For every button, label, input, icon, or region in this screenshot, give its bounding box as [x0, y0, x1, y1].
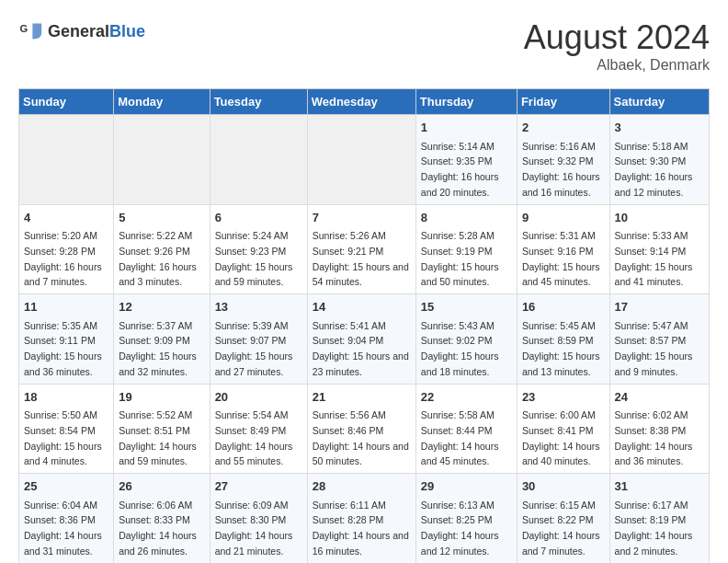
day-info: Sunrise: 6:04 AMSunset: 8:36 PMDaylight:… — [24, 500, 102, 557]
day-number: 5 — [119, 209, 204, 227]
day-info: Sunrise: 5:20 AMSunset: 9:28 PMDaylight:… — [24, 230, 102, 287]
calendar-cell — [210, 115, 307, 205]
day-info: Sunrise: 5:24 AMSunset: 9:23 PMDaylight:… — [215, 230, 293, 287]
calendar-cell: 8 Sunrise: 5:28 AMSunset: 9:19 PMDayligh… — [415, 204, 517, 294]
day-number: 3 — [615, 119, 704, 137]
day-info: Sunrise: 5:31 AMSunset: 9:16 PMDaylight:… — [522, 230, 600, 287]
day-number: 31 — [615, 477, 704, 496]
day-number: 29 — [421, 477, 512, 496]
day-info: Sunrise: 6:00 AMSunset: 8:41 PMDaylight:… — [522, 409, 600, 466]
day-info: Sunrise: 5:37 AMSunset: 9:09 PMDaylight:… — [119, 320, 197, 377]
calendar-cell: 27 Sunrise: 6:09 AMSunset: 8:30 PMDaylig… — [210, 474, 307, 564]
day-info: Sunrise: 5:35 AMSunset: 9:11 PMDaylight:… — [24, 320, 102, 377]
day-number: 9 — [522, 209, 605, 227]
day-number: 17 — [615, 298, 704, 316]
calendar-cell: 25 Sunrise: 6:04 AMSunset: 8:36 PMDaylig… — [19, 474, 114, 564]
calendar-cell: 11 Sunrise: 5:35 AMSunset: 9:11 PMDaylig… — [19, 294, 114, 385]
day-number: 13 — [215, 298, 302, 316]
calendar-week-row: 4 Sunrise: 5:20 AMSunset: 9:28 PMDayligh… — [19, 204, 710, 294]
logo: G GeneralBlue — [18, 18, 145, 44]
title-block: August 2024 Albaek, Denmark — [524, 18, 710, 74]
calendar-cell: 30 Sunrise: 6:15 AMSunset: 8:22 PMDaylig… — [517, 474, 609, 564]
calendar-cell — [19, 115, 114, 205]
calendar-cell: 19 Sunrise: 5:52 AMSunset: 8:51 PMDaylig… — [114, 384, 210, 474]
main-title: August 2024 — [524, 18, 710, 57]
calendar-header-sunday: Sunday — [19, 89, 114, 115]
calendar-cell: 24 Sunrise: 6:02 AMSunset: 8:38 PMDaylig… — [609, 384, 709, 474]
day-info: Sunrise: 5:45 AMSunset: 8:59 PMDaylight:… — [522, 320, 600, 377]
calendar-cell: 13 Sunrise: 5:39 AMSunset: 9:07 PMDaylig… — [210, 294, 307, 385]
day-info: Sunrise: 5:39 AMSunset: 9:07 PMDaylight:… — [215, 320, 293, 377]
calendar-cell: 10 Sunrise: 5:33 AMSunset: 9:14 PMDaylig… — [609, 204, 709, 294]
calendar-cell: 9 Sunrise: 5:31 AMSunset: 9:16 PMDayligh… — [517, 204, 609, 294]
calendar-week-row: 1 Sunrise: 5:14 AMSunset: 9:35 PMDayligh… — [19, 115, 710, 205]
day-number: 20 — [215, 388, 302, 407]
calendar-cell: 4 Sunrise: 5:20 AMSunset: 9:28 PMDayligh… — [19, 204, 114, 294]
day-info: Sunrise: 5:54 AMSunset: 8:49 PMDaylight:… — [215, 409, 293, 466]
day-number: 27 — [215, 477, 302, 496]
day-number: 12 — [119, 298, 204, 316]
calendar-cell — [114, 115, 210, 205]
day-number: 30 — [522, 477, 605, 496]
day-number: 7 — [313, 209, 411, 227]
calendar-cell: 12 Sunrise: 5:37 AMSunset: 9:09 PMDaylig… — [114, 294, 210, 385]
calendar-cell: 14 Sunrise: 5:41 AMSunset: 9:04 PMDaylig… — [307, 294, 415, 385]
day-number: 11 — [24, 298, 108, 316]
day-info: Sunrise: 5:28 AMSunset: 9:19 PMDaylight:… — [421, 230, 499, 287]
calendar-cell: 1 Sunrise: 5:14 AMSunset: 9:35 PMDayligh… — [415, 115, 517, 205]
day-number: 2 — [522, 119, 605, 137]
calendar-cell: 23 Sunrise: 6:00 AMSunset: 8:41 PMDaylig… — [517, 384, 609, 474]
calendar-cell: 22 Sunrise: 5:58 AMSunset: 8:44 PMDaylig… — [415, 384, 517, 474]
day-number: 8 — [421, 209, 512, 227]
day-info: Sunrise: 5:43 AMSunset: 9:02 PMDaylight:… — [421, 320, 499, 377]
logo-icon: G — [18, 18, 44, 44]
calendar-week-row: 18 Sunrise: 5:50 AMSunset: 8:54 PMDaylig… — [19, 384, 710, 474]
day-info: Sunrise: 5:41 AMSunset: 9:04 PMDaylight:… — [313, 320, 409, 377]
day-number: 19 — [119, 388, 204, 407]
calendar-header-friday: Friday — [517, 89, 609, 115]
day-info: Sunrise: 5:22 AMSunset: 9:26 PMDaylight:… — [119, 230, 197, 287]
day-number: 26 — [119, 477, 204, 496]
calendar-cell: 17 Sunrise: 5:47 AMSunset: 8:57 PMDaylig… — [609, 294, 709, 385]
calendar-week-row: 11 Sunrise: 5:35 AMSunset: 9:11 PMDaylig… — [19, 294, 710, 385]
day-number: 16 — [522, 298, 605, 316]
calendar-cell: 16 Sunrise: 5:45 AMSunset: 8:59 PMDaylig… — [517, 294, 609, 385]
day-number: 18 — [24, 388, 108, 407]
day-number: 25 — [24, 477, 108, 496]
day-info: Sunrise: 5:18 AMSunset: 9:30 PMDaylight:… — [615, 141, 693, 198]
calendar-cell: 20 Sunrise: 5:54 AMSunset: 8:49 PMDaylig… — [210, 384, 307, 474]
calendar-cell: 18 Sunrise: 5:50 AMSunset: 8:54 PMDaylig… — [19, 384, 114, 474]
calendar-table: SundayMondayTuesdayWednesdayThursdayFrid… — [18, 88, 710, 563]
calendar-cell: 29 Sunrise: 6:13 AMSunset: 8:25 PMDaylig… — [415, 474, 517, 564]
logo-text-blue: Blue — [109, 22, 145, 40]
day-number: 24 — [615, 388, 704, 407]
day-info: Sunrise: 5:56 AMSunset: 8:46 PMDaylight:… — [313, 409, 409, 466]
calendar-cell: 31 Sunrise: 6:17 AMSunset: 8:19 PMDaylig… — [609, 474, 709, 564]
day-number: 4 — [24, 209, 108, 227]
calendar-cell: 26 Sunrise: 6:06 AMSunset: 8:33 PMDaylig… — [114, 474, 210, 564]
day-info: Sunrise: 5:58 AMSunset: 8:44 PMDaylight:… — [421, 409, 499, 466]
svg-text:G: G — [19, 23, 28, 34]
calendar-cell — [307, 115, 415, 205]
day-info: Sunrise: 5:47 AMSunset: 8:57 PMDaylight:… — [615, 320, 693, 377]
logo-text-general: General — [48, 22, 109, 40]
day-number: 23 — [522, 388, 605, 407]
page-header: G GeneralBlue August 2024 Albaek, Denmar… — [18, 18, 710, 74]
calendar-header-monday: Monday — [114, 89, 210, 115]
day-info: Sunrise: 5:14 AMSunset: 9:35 PMDaylight:… — [421, 141, 499, 198]
day-info: Sunrise: 6:02 AMSunset: 8:38 PMDaylight:… — [615, 409, 693, 466]
day-info: Sunrise: 6:17 AMSunset: 8:19 PMDaylight:… — [615, 500, 693, 557]
day-info: Sunrise: 6:06 AMSunset: 8:33 PMDaylight:… — [119, 500, 197, 557]
calendar-cell: 6 Sunrise: 5:24 AMSunset: 9:23 PMDayligh… — [210, 204, 307, 294]
calendar-cell: 3 Sunrise: 5:18 AMSunset: 9:30 PMDayligh… — [609, 115, 709, 205]
day-info: Sunrise: 6:15 AMSunset: 8:22 PMDaylight:… — [522, 500, 600, 557]
calendar-cell: 28 Sunrise: 6:11 AMSunset: 8:28 PMDaylig… — [307, 474, 415, 564]
calendar-header-saturday: Saturday — [609, 89, 709, 115]
day-info: Sunrise: 5:33 AMSunset: 9:14 PMDaylight:… — [615, 230, 693, 287]
day-number: 6 — [215, 209, 302, 227]
calendar-cell: 5 Sunrise: 5:22 AMSunset: 9:26 PMDayligh… — [114, 204, 210, 294]
day-info: Sunrise: 6:09 AMSunset: 8:30 PMDaylight:… — [215, 500, 293, 557]
day-info: Sunrise: 6:13 AMSunset: 8:25 PMDaylight:… — [421, 500, 499, 557]
day-info: Sunrise: 5:26 AMSunset: 9:21 PMDaylight:… — [313, 230, 409, 287]
calendar-cell: 7 Sunrise: 5:26 AMSunset: 9:21 PMDayligh… — [307, 204, 415, 294]
